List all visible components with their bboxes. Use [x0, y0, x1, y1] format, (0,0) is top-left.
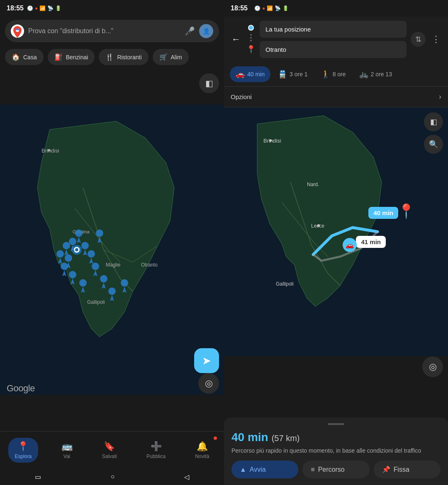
- vai-label: Vai: [63, 453, 70, 459]
- svg-point-41: [63, 242, 70, 250]
- navigation-fab[interactable]: ➤: [194, 348, 219, 373]
- transport-tabs: 🚗 40 min 🚆 3 ore 1 🚶 8 ore 🚲 2 ore 13: [224, 62, 448, 87]
- shortcut-casa[interactable]: 🏠 Casa: [5, 49, 44, 65]
- svg-point-35: [88, 250, 95, 258]
- avvia-icon: ▲: [240, 466, 246, 473]
- circle-button[interactable]: ○: [111, 473, 115, 480]
- nav-header: ← 📍 La tua posizione Otranto ⇅ ⋮: [224, 17, 448, 62]
- square-button[interactable]: ▭: [35, 473, 41, 481]
- fuel-icon: ⛽: [54, 53, 63, 61]
- route-inputs: ← 📍 La tua posizione Otranto ⇅ ⋮: [230, 21, 442, 58]
- salvati-label: Salvati: [102, 453, 117, 459]
- options-row[interactable]: Opzioni ›: [224, 87, 448, 107]
- origin-input[interactable]: La tua posizione: [260, 21, 407, 38]
- tab-walk[interactable]: 🚶 8 ore: [315, 66, 352, 82]
- user-avatar[interactable]: 👤: [199, 24, 213, 38]
- nav-item-salvati[interactable]: 🔖 Salvati: [95, 438, 124, 463]
- panel-handle: [328, 423, 344, 425]
- wifi-icon: 📡: [47, 5, 54, 11]
- svg-point-17: [69, 238, 76, 245]
- origin-dot: [248, 25, 254, 31]
- google-branding: Google: [7, 383, 35, 394]
- fissa-icon: 📌: [382, 466, 390, 473]
- svg-point-39: [75, 230, 83, 237]
- dot1: [250, 34, 252, 36]
- chevron-right-icon: ›: [439, 92, 441, 101]
- left-sys-nav: ▭ ○ ◁: [0, 468, 224, 485]
- right-layers-button[interactable]: ◧: [424, 112, 443, 131]
- esplora-icon: 📍: [17, 441, 29, 452]
- callout-40-text: 40 min: [373, 209, 393, 216]
- avvia-label: Avvia: [250, 466, 266, 473]
- swap-button[interactable]: ⇅: [411, 32, 426, 47]
- shortcut-alim[interactable]: 🛒 Alim: [153, 49, 189, 65]
- signal-icon: 📶: [39, 5, 46, 11]
- layers-button[interactable]: ◧: [199, 73, 219, 93]
- search-bar[interactable]: Prova con "distributori di b..." 🎤 👤: [5, 20, 219, 42]
- right-location-button[interactable]: ◎: [422, 356, 443, 377]
- callout-41min: 41 min: [356, 236, 386, 248]
- shortcuts-row: 🏠 Casa ⛽ Benzinai 🍴 Ristoranti 🛒 Alim: [0, 46, 224, 68]
- nav-item-vai[interactable]: 🚌 Vai: [55, 438, 79, 463]
- route-dots: [250, 32, 252, 43]
- svg-point-27: [92, 263, 99, 270]
- destination-input[interactable]: Otranto: [260, 41, 407, 58]
- right-status-time: 18:55: [231, 5, 248, 12]
- search-placeholder[interactable]: Prova con "distributori di b...": [28, 27, 180, 35]
- nav-item-novita[interactable]: 🔔 Novità: [188, 438, 216, 463]
- route-panel: 40 min (57 km) Percorso più rapido in qu…: [224, 417, 448, 485]
- bike-tab-time: 2 ore 13: [371, 71, 392, 78]
- tab-bike[interactable]: 🚲 2 ore 13: [353, 66, 398, 82]
- car-position-icon: 🚗: [343, 238, 357, 252]
- back-button-nav[interactable]: ←: [230, 32, 242, 46]
- nav-item-pubblica[interactable]: ➕ Pubblica: [140, 438, 172, 463]
- tab-car[interactable]: 🚗 40 min: [230, 66, 270, 82]
- bike-tab-icon: 🚲: [359, 70, 368, 79]
- route-time-distance: 40 min (57 km): [231, 431, 441, 444]
- right-search-button[interactable]: 🔍: [424, 135, 443, 154]
- pubblica-icon: ➕: [151, 441, 162, 452]
- back-button[interactable]: ◁: [184, 473, 189, 481]
- percorso-button[interactable]: ≡ Percorso: [302, 461, 369, 478]
- svg-point-23: [69, 271, 76, 279]
- shortcut-benzinai-label: Benzinai: [66, 54, 88, 61]
- left-map[interactable]: Brindisi Gallipoli Maglie Otranto Galati…: [0, 68, 224, 431]
- dot3: [250, 40, 252, 41]
- map-svg: Brindisi Gallipoli Maglie Otranto Galati…: [0, 68, 224, 431]
- svg-point-19: [56, 250, 64, 258]
- fissa-button[interactable]: 📌 Fissa: [374, 461, 441, 478]
- nav-item-esplora[interactable]: 📍 Esplora: [8, 438, 39, 463]
- destination-map-pin: 📍: [397, 203, 415, 219]
- svg-point-37: [96, 230, 103, 237]
- route-icons: 📍: [246, 25, 256, 54]
- svg-point-29: [100, 275, 107, 283]
- esplora-label: Esplora: [15, 453, 32, 459]
- car-tab-icon: 🚗: [236, 70, 245, 79]
- bottom-nav: 📍 Esplora 🚌 Vai 🔖 Salvati ➕ Pubblica 🔔 N…: [0, 431, 224, 468]
- left-status-icons: 🕐 ● 📶 📡 🔋: [27, 5, 61, 11]
- tab-transit[interactable]: 🚆 3 ore 1: [272, 66, 314, 82]
- left-status-bar: 18:55 🕐 ● 📶 📡 🔋: [0, 0, 224, 17]
- svg-text:Gallipoli: Gallipoli: [276, 281, 294, 287]
- mic-icon[interactable]: 🎤: [185, 26, 195, 36]
- shortcut-ristoranti-label: Ristoranti: [117, 54, 141, 61]
- svg-point-45: [269, 139, 272, 142]
- right-map[interactable]: Brindisi Lecce Gallipoli Nard. 40 min 41…: [224, 107, 448, 468]
- more-options-button[interactable]: ⋮: [430, 32, 442, 46]
- novita-label: Novità: [195, 453, 209, 459]
- destination-pin: 📍: [246, 45, 256, 54]
- vai-icon: 🚌: [61, 441, 73, 452]
- right-location-icon: ◎: [429, 361, 437, 372]
- percorso-label: Percorso: [318, 466, 345, 473]
- r-battery-icon: 🔋: [282, 5, 289, 11]
- svg-point-21: [61, 263, 68, 270]
- home-icon: 🏠: [12, 53, 20, 61]
- svg-point-47: [317, 224, 320, 227]
- food-icon: 🍴: [105, 53, 114, 61]
- svg-point-12: [75, 248, 78, 252]
- transit-tab-icon: 🚆: [278, 70, 287, 79]
- shortcut-ristoranti[interactable]: 🍴 Ristoranti: [99, 49, 148, 65]
- location-button[interactable]: ◎: [198, 373, 219, 394]
- avvia-button[interactable]: ▲ Avvia: [231, 461, 298, 478]
- shortcut-benzinai[interactable]: ⛽ Benzinai: [48, 49, 95, 65]
